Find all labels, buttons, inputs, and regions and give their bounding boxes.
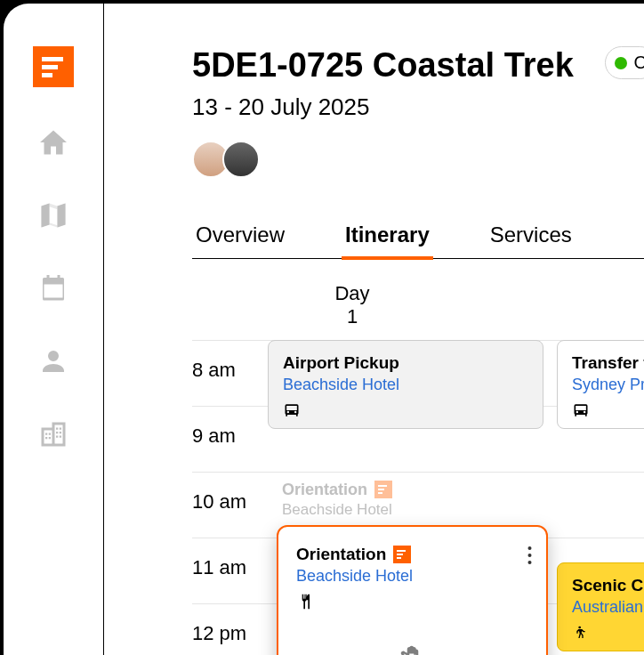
status-label: C — [634, 53, 644, 73]
tab-overview[interactable]: Overview — [192, 222, 288, 258]
schedule: 8 am 9 am 10 am 11 am 12 pm Airport Pick… — [192, 340, 644, 655]
home-icon[interactable] — [36, 125, 71, 160]
map-icon[interactable] — [36, 198, 71, 233]
logo-badge-icon — [393, 546, 411, 563]
card-orientation-ghost: Orientation Beachside Hotel — [268, 472, 543, 528]
hour-label: 12 pm — [192, 622, 246, 645]
card-title: Orientation — [282, 481, 529, 499]
card-airport-pickup[interactable]: Airport Pickup Beachside Hotel — [268, 340, 543, 429]
walk-icon — [572, 624, 644, 646]
app-logo[interactable] — [33, 46, 74, 87]
page-title: 5DE1-0725 Coastal Trek — [192, 46, 644, 85]
card-location: Beachside Hotel — [282, 501, 529, 519]
building-icon[interactable] — [36, 416, 71, 452]
card-location: Sydney Priv — [572, 376, 644, 394]
bus-icon — [572, 401, 644, 424]
avatars — [192, 141, 644, 178]
hour-label: 9 am — [192, 425, 236, 448]
drag-hand-icon — [399, 643, 426, 655]
date-range: 13 - 20 July 2025 — [192, 93, 644, 121]
card-title: Orientation — [296, 545, 528, 564]
card-location: Beachside Hotel — [296, 567, 528, 586]
card-scenic[interactable]: Scenic Co Australian — [557, 562, 644, 651]
tabs: Overview Itinerary Services — [192, 222, 644, 259]
status-dot-icon — [615, 57, 627, 69]
hour-label: 11 am — [192, 556, 246, 579]
card-title: Airport Pickup — [283, 353, 528, 373]
logo-badge-icon — [374, 481, 392, 498]
card-title: Scenic Co — [572, 576, 644, 595]
more-icon[interactable] — [527, 546, 532, 569]
svg-point-3 — [578, 626, 581, 628]
card-orientation[interactable]: Orientation Beachside Hotel — [277, 525, 548, 655]
svg-point-1 — [528, 554, 532, 557]
person-icon[interactable] — [36, 344, 71, 379]
card-title: Transfer t — [572, 353, 644, 373]
tab-services[interactable]: Services — [487, 222, 576, 258]
svg-point-2 — [528, 561, 532, 564]
hour-label: 8 am — [192, 359, 236, 382]
tab-itinerary[interactable]: Itinerary — [342, 222, 433, 258]
calendar-icon[interactable] — [36, 271, 71, 306]
food-icon — [296, 593, 528, 615]
avatar[interactable] — [222, 141, 260, 178]
status-pill[interactable]: C — [605, 46, 644, 79]
card-transfer[interactable]: Transfer t Sydney Priv — [557, 340, 644, 429]
card-location: Beachside Hotel — [283, 376, 528, 394]
day-header: Day 1 — [299, 282, 406, 329]
hour-label: 10 am — [192, 490, 246, 513]
svg-point-0 — [528, 546, 532, 550]
bus-icon — [283, 401, 528, 424]
card-location: Australian — [572, 598, 644, 617]
